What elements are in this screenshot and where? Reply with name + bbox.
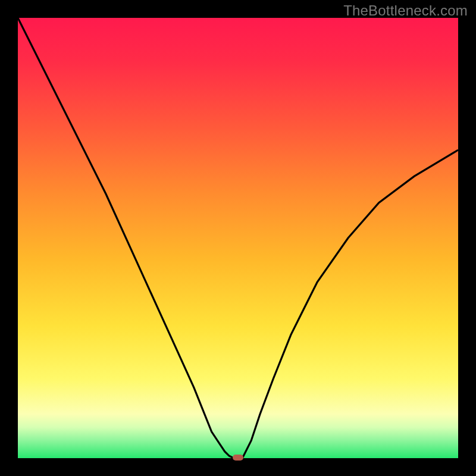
watermark-text: TheBottleneck.com [343, 2, 468, 19]
optimal-marker [233, 455, 243, 461]
plot-area [18, 18, 458, 458]
curve-path [18, 18, 458, 458]
chart-frame: TheBottleneck.com [0, 0, 476, 476]
bottleneck-curve [18, 18, 458, 458]
